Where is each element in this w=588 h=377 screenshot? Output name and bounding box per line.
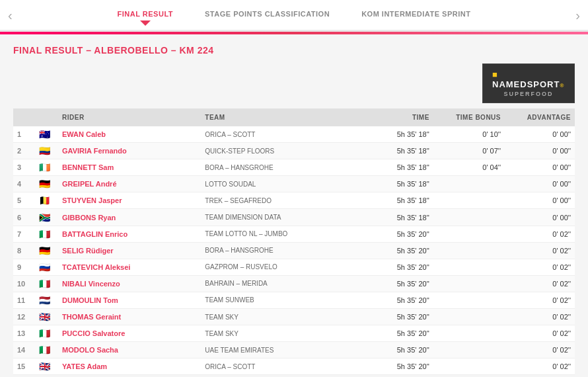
table-row: 9 🇷🇺 TCATEVICH Aleksei GAZPROM – RUSVELO…: [13, 259, 575, 275]
nav-next-arrow[interactable]: ›: [568, 7, 588, 22]
table-row: 11 🇳🇱 DUMOULIN Tom TEAM SUNWEB 5h 35' 20…: [13, 292, 575, 308]
cell-time: 5h 35' 20'': [362, 342, 433, 358]
cell-flag: 🇮🇹: [33, 342, 58, 358]
cell-time: 5h 35' 20'': [362, 242, 433, 259]
cell-flag: 🇷🇺: [33, 259, 58, 275]
cell-time: 5h 35' 20'': [362, 259, 433, 275]
cell-team: GAZPROM – RUSVELO: [201, 259, 361, 275]
cell-bonus: [433, 192, 505, 209]
cell-rider: EWAN Caleb: [58, 126, 201, 143]
cell-pos: 3: [13, 159, 33, 176]
col-header-flag: [33, 108, 58, 126]
cell-advantage: 0' 00'': [505, 176, 575, 192]
cell-flag: 🇮🇹: [33, 226, 58, 242]
cell-pos: 6: [13, 209, 33, 226]
cell-rider: GAVIRIA Fernando: [58, 143, 201, 159]
cell-time: 5h 35' 20'': [362, 226, 433, 242]
table-row: 14 🇮🇹 MODOLO Sacha UAE TEAM EMIRATES 5h …: [13, 342, 575, 358]
cell-flag: 🇦🇺: [33, 126, 58, 143]
cell-team: BAHRAIN – MERIDA: [201, 275, 361, 292]
cell-advantage: 0' 00'': [505, 126, 575, 143]
cell-flag: 🇩🇪: [33, 242, 58, 259]
cell-pos: 2: [13, 143, 33, 159]
col-header-team: TEAM: [201, 108, 361, 126]
cell-time: 5h 35' 20'': [362, 292, 433, 308]
cell-team: UAE TEAM EMIRATES: [201, 342, 361, 358]
cell-pos: 14: [13, 342, 33, 358]
cell-pos: 9: [13, 259, 33, 275]
tab-final-result[interactable]: FINAL RESULT: [118, 10, 173, 21]
table-row: 1 🇦🇺 EWAN Caleb ORICA – SCOTT 5h 35' 18'…: [13, 126, 575, 143]
table-row: 6 🇿🇦 GIBBONS Ryan TEAM DIMENSION DATA 5h…: [13, 209, 575, 226]
cell-pos: 13: [13, 325, 33, 342]
cell-team: LOTTO SOUDAL: [201, 176, 361, 192]
cell-bonus: [433, 275, 505, 292]
cell-pos: 8: [13, 242, 33, 259]
cell-team: BORA – HANSGROHE: [201, 159, 361, 176]
cell-rider: THOMAS Geraint: [58, 309, 201, 325]
cell-flag: 🇮🇹: [33, 325, 58, 342]
cell-bonus: 0' 04'': [433, 159, 505, 176]
cell-team: ORICA – SCOTT: [201, 358, 361, 375]
cell-team: ORICA – SCOTT: [201, 126, 361, 143]
cell-flag: 🇨🇴: [33, 143, 58, 159]
cell-rider: GIBBONS Ryan: [58, 209, 201, 226]
cell-team: QUICK-STEP FLOORS: [201, 143, 361, 159]
page-content: FINAL RESULT – ALBEROBELLO – KM 224 ■ NA…: [0, 34, 588, 377]
cell-time: 5h 35' 18'': [362, 192, 433, 209]
cell-bonus: 0' 07'': [433, 143, 505, 159]
cell-advantage: 0' 02'': [505, 226, 575, 242]
sponsor-name: ■ NAMEDSPORT®: [492, 69, 565, 89]
table-header-row: RIDER TEAM TIME TIME BONUS ADVANTAGE: [13, 108, 575, 126]
cell-team: TREK – SEGAFREDO: [201, 192, 361, 209]
table-row: 10 🇮🇹 NIBALI Vincenzo BAHRAIN – MERIDA 5…: [13, 275, 575, 292]
cell-flag: 🇮🇪: [33, 159, 58, 176]
table-body: 1 🇦🇺 EWAN Caleb ORICA – SCOTT 5h 35' 18'…: [13, 126, 575, 375]
cell-rider: BATTAGLIN Enrico: [58, 226, 201, 242]
results-table: RIDER TEAM TIME TIME BONUS ADVANTAGE 1 🇦…: [13, 108, 575, 375]
cell-team: TEAM DIMENSION DATA: [201, 209, 361, 226]
cell-flag: 🇩🇪: [33, 176, 58, 192]
cell-pos: 10: [13, 275, 33, 292]
tab-stage-points[interactable]: STAGE POINTS CLASSIFICATION: [205, 10, 330, 21]
cell-advantage: 0' 02'': [505, 259, 575, 275]
table-row: 15 🇬🇧 YATES Adam ORICA – SCOTT 5h 35' 20…: [13, 358, 575, 375]
tab-kom-sprint[interactable]: KOM INTERMEDIATE SPRINT: [361, 10, 470, 21]
cell-flag: 🇬🇧: [33, 309, 58, 325]
cell-rider: MODOLO Sacha: [58, 342, 201, 358]
cell-rider: PUCCIO Salvatore: [58, 325, 201, 342]
nav-prev-arrow[interactable]: ‹: [0, 7, 20, 22]
cell-time: 5h 35' 18'': [362, 126, 433, 143]
cell-rider: YATES Adam: [58, 358, 201, 375]
table-row: 2 🇨🇴 GAVIRIA Fernando QUICK-STEP FLOORS …: [13, 143, 575, 159]
cell-bonus: [433, 292, 505, 308]
cell-rider: BENNETT Sam: [58, 159, 201, 176]
cell-team: TEAM LOTTO NL – JUMBO: [201, 226, 361, 242]
cell-pos: 4: [13, 176, 33, 192]
cell-time: 5h 35' 20'': [362, 325, 433, 342]
cell-bonus: [433, 209, 505, 226]
cell-flag: 🇳🇱: [33, 292, 58, 308]
cell-bonus: [433, 259, 505, 275]
cell-pos: 12: [13, 309, 33, 325]
cell-time: 5h 35' 20'': [362, 309, 433, 325]
cell-pos: 7: [13, 226, 33, 242]
cell-flag: 🇬🇧: [33, 358, 58, 375]
sponsor-subtitle: SUPERFOOD: [503, 91, 553, 97]
cell-advantage: 0' 02'': [505, 275, 575, 292]
sponsor-name-text: NAMEDSPORT: [492, 79, 560, 89]
cell-time: 5h 35' 18'': [362, 176, 433, 192]
cell-bonus: [433, 325, 505, 342]
table-row: 3 🇮🇪 BENNETT Sam BORA – HANSGROHE 5h 35'…: [13, 159, 575, 176]
cell-pos: 11: [13, 292, 33, 308]
cell-time: 5h 35' 20'': [362, 275, 433, 292]
cell-advantage: 0' 02'': [505, 309, 575, 325]
cell-rider: STUYVEN Jasper: [58, 192, 201, 209]
sponsor-area: ■ NAMEDSPORT® SUPERFOOD: [13, 63, 575, 103]
cell-advantage: 0' 02'': [505, 342, 575, 358]
table-row: 12 🇬🇧 THOMAS Geraint TEAM SKY 5h 35' 20'…: [13, 309, 575, 325]
cell-time: 5h 35' 20'': [362, 358, 433, 375]
cell-advantage: 0' 02'': [505, 325, 575, 342]
cell-advantage: 0' 00'': [505, 143, 575, 159]
cell-rider: NIBALI Vincenzo: [58, 275, 201, 292]
